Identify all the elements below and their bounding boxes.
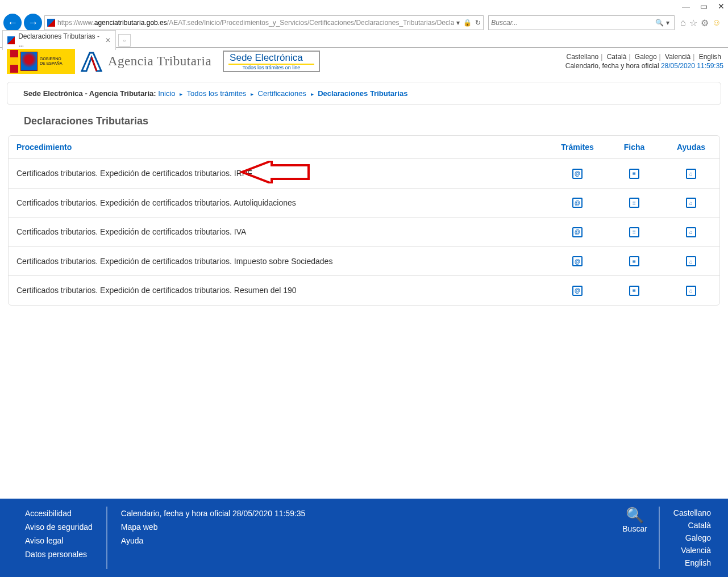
sede-subtitle: Todos los trámites on line bbox=[228, 65, 314, 70]
agency-name: Agencia Tributaria bbox=[108, 54, 211, 69]
procedure-name[interactable]: Certificados tributarios. Expedición de … bbox=[9, 246, 549, 276]
footer-lang-castellano[interactable]: Castellano bbox=[673, 507, 711, 519]
footer-datos-personales[interactable]: Datos personales bbox=[25, 547, 93, 561]
ficha-icon[interactable]: ≡ bbox=[629, 169, 639, 179]
search-icon[interactable]: 🔍 bbox=[655, 19, 664, 27]
ficha-icon[interactable]: ≡ bbox=[629, 256, 639, 266]
footer-ayuda[interactable]: Ayuda bbox=[121, 534, 306, 547]
tab-close-icon[interactable]: ✕ bbox=[105, 36, 111, 44]
tramites-icon[interactable]: @ bbox=[572, 169, 583, 179]
table-row: Certificados tributarios. Expedición de … bbox=[9, 276, 719, 305]
chevron-right-icon: ▸ bbox=[309, 91, 316, 97]
procedure-name[interactable]: Certificados tributarios. Expedición de … bbox=[9, 159, 549, 189]
address-bar[interactable]: https://www.agenciatributaria.gob.es/AEA… bbox=[44, 15, 484, 30]
ayudas-icon[interactable]: ⌂ bbox=[686, 198, 696, 208]
col-ayudas: Ayudas bbox=[663, 136, 719, 159]
feedback-icon[interactable]: ☺ bbox=[712, 18, 721, 28]
tramites-icon[interactable]: @ bbox=[572, 198, 583, 208]
search-icon: 🔍 bbox=[622, 507, 647, 524]
footer-lang-catala[interactable]: Català bbox=[673, 519, 711, 532]
language-selector: Castellano| Català| Galego| Valencià| En… bbox=[564, 53, 723, 61]
lang-catala[interactable]: Català bbox=[605, 53, 629, 61]
tab-bar: Declaraciones Tributarias - ... ✕ ▫ bbox=[0, 33, 728, 48]
chevron-right-icon: ▸ bbox=[248, 91, 256, 97]
procedure-name[interactable]: Certificados tributarios. Expedición de … bbox=[9, 188, 549, 218]
close-window-button[interactable]: ✕ bbox=[718, 2, 725, 11]
site-footer: Accesibilidad Aviso de seguridad Aviso l… bbox=[0, 499, 728, 577]
site-header: GOBIERNO DE ESPAÑA Agencia Tributaria Se… bbox=[0, 48, 728, 75]
url-text: https://www.agenciatributaria.gob.es/AEA… bbox=[57, 19, 454, 27]
ayudas-icon[interactable]: ⌂ bbox=[686, 227, 696, 237]
breadcrumb-certificaciones[interactable]: Certificaciones bbox=[258, 89, 306, 98]
table-row: Certificados tributarios. Expedición de … bbox=[9, 188, 719, 218]
lang-english[interactable]: English bbox=[697, 53, 723, 61]
home-icon[interactable]: ⌂ bbox=[680, 18, 686, 28]
favorites-icon[interactable]: ☆ bbox=[689, 18, 697, 28]
agencia-logo-icon[interactable] bbox=[80, 49, 103, 73]
col-ficha: Ficha bbox=[606, 136, 663, 159]
col-tramites: Trámites bbox=[549, 136, 606, 159]
settings-icon[interactable]: ⚙ bbox=[701, 18, 709, 28]
procedure-name[interactable]: Certificados tributarios. Expedición de … bbox=[9, 218, 549, 247]
gobierno-logo[interactable]: GOBIERNO DE ESPAÑA bbox=[7, 49, 75, 74]
new-tab-button[interactable]: ▫ bbox=[118, 34, 131, 47]
search-dropdown-icon[interactable]: ▾ bbox=[666, 19, 669, 27]
table-row: Certificados tributarios. Expedición de … bbox=[9, 159, 719, 189]
ayudas-icon[interactable]: ⌂ bbox=[686, 256, 696, 266]
footer-aviso-legal[interactable]: Aviso legal bbox=[25, 534, 93, 547]
coat-of-arms-icon bbox=[20, 52, 38, 71]
breadcrumb-tramites[interactable]: Todos los trámites bbox=[187, 89, 247, 98]
ayudas-icon[interactable]: ⌂ bbox=[686, 286, 696, 296]
lock-icon: 🔒 bbox=[463, 19, 472, 27]
lang-galego[interactable]: Galego bbox=[633, 53, 659, 61]
footer-search[interactable]: 🔍 Buscar bbox=[611, 507, 659, 569]
page-title: Declaraciones Tributarias bbox=[24, 115, 704, 127]
footer-datetime[interactable]: Calendario, fecha y hora oficial 28/05/2… bbox=[121, 507, 306, 520]
spain-flag-icon bbox=[10, 50, 18, 73]
browser-search-bar[interactable]: 🔍 ▾ bbox=[488, 15, 675, 30]
procedures-table: Procedimiento Trámites Ficha Ayudas Cert… bbox=[9, 136, 719, 305]
footer-lang-english[interactable]: English bbox=[673, 557, 711, 569]
footer-aviso-seguridad[interactable]: Aviso de seguridad bbox=[25, 520, 93, 534]
back-button[interactable]: ← bbox=[3, 14, 22, 32]
chevron-right-icon: ▸ bbox=[177, 91, 185, 97]
tramites-icon[interactable]: @ bbox=[572, 227, 583, 237]
window-controls: — ▭ ✕ bbox=[0, 0, 728, 12]
tramites-icon[interactable]: @ bbox=[572, 286, 583, 296]
dropdown-icon[interactable]: ▾ bbox=[456, 19, 460, 27]
maximize-button[interactable]: ▭ bbox=[700, 2, 708, 11]
gobierno-text: GOBIERNO DE ESPAÑA bbox=[40, 57, 63, 66]
footer-accesibilidad[interactable]: Accesibilidad bbox=[25, 507, 93, 520]
tramites-icon[interactable]: @ bbox=[572, 256, 583, 266]
tab-title: Declaraciones Tributarias - ... bbox=[18, 32, 102, 48]
tab-favicon-icon bbox=[7, 36, 15, 44]
date-label: Calendario, fecha y hora oficial bbox=[565, 62, 659, 70]
search-input[interactable] bbox=[491, 19, 653, 27]
refresh-icon[interactable]: ↻ bbox=[475, 19, 481, 27]
browser-tab[interactable]: Declaraciones Tributarias - ... ✕ bbox=[2, 30, 116, 50]
ficha-icon[interactable]: ≡ bbox=[629, 227, 639, 237]
ficha-icon[interactable]: ≡ bbox=[629, 286, 639, 296]
table-row: Certificados tributarios. Expedición de … bbox=[9, 218, 719, 247]
sede-title: Sede Electrónica bbox=[228, 52, 314, 65]
breadcrumb: Sede Electrónica - Agencia Tributaria: I… bbox=[7, 82, 721, 105]
footer-lang-galego[interactable]: Galego bbox=[673, 532, 711, 544]
col-procedimiento[interactable]: Procedimiento bbox=[9, 136, 549, 159]
footer-lang-valencia[interactable]: Valencià bbox=[673, 544, 711, 557]
breadcrumb-current: Declaraciones Tributarias bbox=[318, 89, 407, 98]
footer-search-label: Buscar bbox=[622, 524, 647, 533]
breadcrumb-inicio[interactable]: Inicio bbox=[158, 89, 175, 98]
ayudas-icon[interactable]: ⌂ bbox=[686, 169, 696, 179]
sede-electronica-box[interactable]: Sede Electrónica Todos los trámites on l… bbox=[223, 51, 320, 72]
footer-mapa-web[interactable]: Mapa web bbox=[121, 520, 306, 534]
site-favicon-icon bbox=[47, 19, 55, 27]
official-datetime[interactable]: 28/05/2020 11:59:35 bbox=[661, 62, 723, 70]
lang-castellano[interactable]: Castellano bbox=[564, 53, 601, 61]
lang-valencia[interactable]: Valencià bbox=[663, 53, 693, 61]
minimize-button[interactable]: — bbox=[682, 2, 690, 11]
ficha-icon[interactable]: ≡ bbox=[629, 198, 639, 208]
forward-button[interactable]: → bbox=[24, 14, 42, 32]
table-row: Certificados tributarios. Expedición de … bbox=[9, 246, 719, 276]
procedure-name[interactable]: Certificados tributarios. Expedición de … bbox=[9, 276, 549, 305]
breadcrumb-prefix: Sede Electrónica - Agencia Tributaria: bbox=[23, 89, 156, 98]
